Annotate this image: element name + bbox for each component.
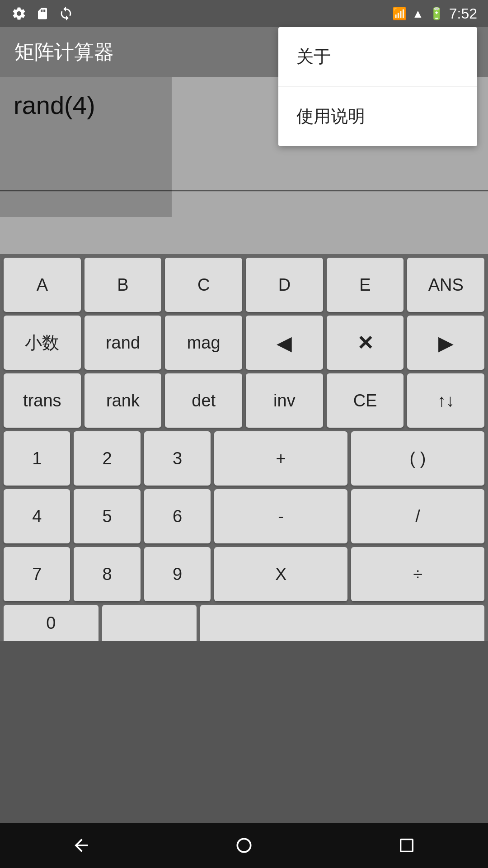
key-plus[interactable]: +: [214, 431, 347, 486]
sd-card-icon: [34, 5, 51, 22]
key-1[interactable]: 1: [4, 431, 70, 486]
nav-home-button[interactable]: [226, 827, 262, 863]
key-rand[interactable]: rand: [84, 316, 162, 370]
key-row-1: A B C D E ANS: [4, 258, 484, 312]
key-left-arrow[interactable]: ◀: [246, 316, 323, 370]
key-3[interactable]: 3: [144, 431, 211, 486]
status-left-icons: [11, 5, 74, 22]
key-mag[interactable]: mag: [165, 316, 242, 370]
status-right-icons: 📶 ▲ 🔋 7:52: [392, 5, 477, 22]
key-6[interactable]: 6: [144, 489, 211, 543]
menu-item-help[interactable]: 使用说明: [278, 87, 477, 146]
key-4[interactable]: 4: [4, 489, 70, 543]
key-multiply[interactable]: X: [214, 547, 347, 601]
key-row-2: 小数 rand mag ◀ ✕ ▶: [4, 316, 484, 370]
key-inv[interactable]: inv: [246, 373, 323, 428]
key-partial-dot[interactable]: [102, 605, 197, 641]
key-row-4: 1 2 3 + ( ): [4, 431, 484, 486]
status-bar: 📶 ▲ 🔋 7:52: [0, 0, 488, 27]
key-row-5: 4 5 6 - /: [4, 489, 484, 543]
signal-icon: ▲: [412, 7, 424, 21]
key-partial-0[interactable]: 0: [4, 605, 99, 641]
key-CE[interactable]: CE: [327, 373, 404, 428]
clock: 7:52: [449, 5, 477, 22]
wifi-icon: 📶: [392, 7, 407, 21]
settings-icon: [11, 5, 27, 22]
key-ANS[interactable]: ANS: [407, 258, 484, 312]
nav-bar: [0, 823, 488, 868]
key-partial-eq[interactable]: [200, 605, 484, 641]
key-E[interactable]: E: [327, 258, 404, 312]
key-trans[interactable]: trans: [4, 373, 81, 428]
battery-icon: 🔋: [429, 7, 444, 21]
nav-back-button[interactable]: [63, 827, 99, 863]
key-5[interactable]: 5: [74, 489, 140, 543]
key-row-6: 7 8 9 X ÷: [4, 547, 484, 601]
key-7[interactable]: 7: [4, 547, 70, 601]
key-right-arrow[interactable]: ▶: [407, 316, 484, 370]
key-rank[interactable]: rank: [84, 373, 162, 428]
key-2[interactable]: 2: [74, 431, 140, 486]
key-minus[interactable]: -: [214, 489, 347, 543]
key-det[interactable]: det: [165, 373, 242, 428]
key-row-3: trans rank det inv CE ↑↓: [4, 373, 484, 428]
key-8[interactable]: 8: [74, 547, 140, 601]
key-B[interactable]: B: [84, 258, 162, 312]
sync-icon: [58, 5, 74, 22]
dropdown-menu: 关于 使用说明: [278, 27, 477, 146]
svg-rect-1: [401, 840, 413, 852]
key-C[interactable]: C: [165, 258, 242, 312]
key-divide[interactable]: ÷: [351, 547, 484, 601]
keyboard-bottom-row: 0: [0, 605, 488, 641]
menu-overlay[interactable]: [0, 77, 172, 217]
app-title: 矩阵计算器: [14, 39, 114, 66]
key-9[interactable]: 9: [144, 547, 211, 601]
menu-item-about[interactable]: 关于: [278, 27, 477, 87]
key-paren[interactable]: ( ): [351, 431, 484, 486]
nav-recent-button[interactable]: [389, 827, 425, 863]
key-A[interactable]: A: [4, 258, 81, 312]
key-D[interactable]: D: [246, 258, 323, 312]
key-swap[interactable]: ↑↓: [407, 373, 484, 428]
key-decimal[interactable]: 小数: [4, 316, 81, 370]
key-slash[interactable]: /: [351, 489, 484, 543]
keyboard: A B C D E ANS 小数 rand mag ◀ ✕ ▶ trans ra…: [0, 254, 488, 605]
key-cross[interactable]: ✕: [327, 316, 404, 370]
svg-point-0: [237, 839, 250, 852]
